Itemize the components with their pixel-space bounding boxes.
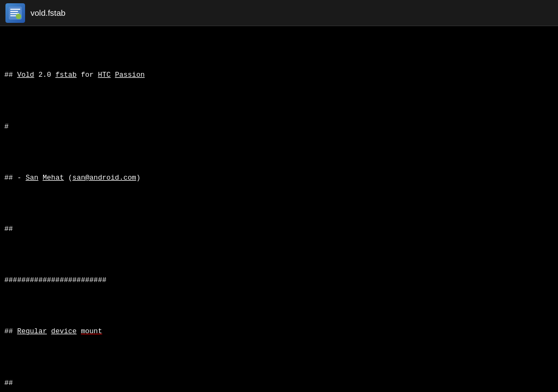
email-link: san@android.com [72, 174, 136, 182]
line-7: ## [4, 378, 554, 389]
line-4: ## [4, 224, 554, 235]
svg-rect-6 [17, 16, 20, 18]
san-link: San [26, 174, 38, 182]
line-6: ## Regular device mount [4, 327, 554, 337]
mehat-link: Mehat [43, 174, 64, 182]
line-5: ######################## [4, 275, 554, 286]
titlebar: vold.fstab [0, 0, 558, 26]
vold-link: Vold [17, 71, 34, 79]
fstab-link: fstab [56, 71, 77, 79]
app-icon [5, 3, 25, 23]
line-3: ## - San Mehat (san@android.com) [4, 173, 554, 183]
svg-rect-1 [10, 9, 20, 10]
window-title: vold.fstab [31, 8, 65, 17]
regular-link: Regular [17, 327, 47, 335]
device-link: device [51, 327, 77, 335]
htc-link: HTC [98, 71, 111, 79]
line-2: # [4, 122, 554, 132]
passion-link: Passion [115, 71, 145, 79]
svg-rect-2 [10, 11, 18, 12]
mount-link: mount [81, 327, 102, 335]
file-content: ## Vold 2.0 fstab for HTC Passion # ## -… [0, 26, 558, 392]
line-1: ## Vold 2.0 fstab for HTC Passion [4, 70, 554, 81]
